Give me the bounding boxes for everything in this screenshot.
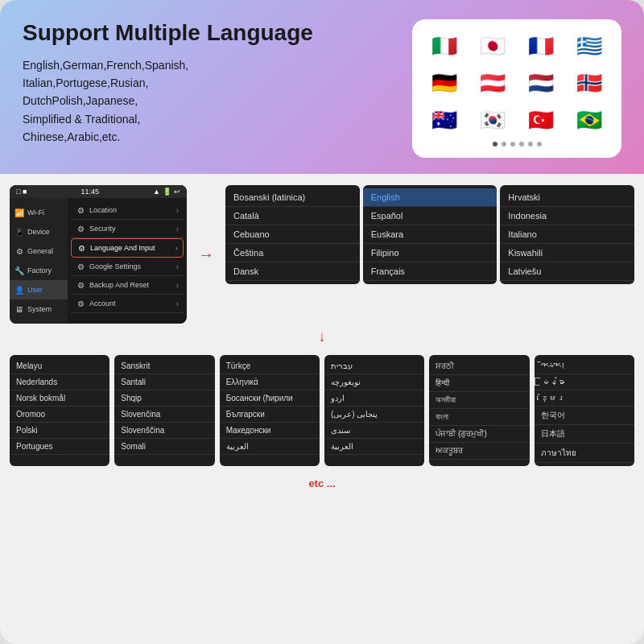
lang-item-1-3[interactable]: Filipino (363, 244, 497, 262)
bottom-lang-item-3-2[interactable]: اردو (324, 390, 424, 407)
settings-item-1[interactable]: ⚙ Security › (71, 220, 184, 238)
flag-cell-4: 🇩🇪 (423, 68, 465, 98)
settings-arrow-0: › (176, 206, 179, 215)
lang-item-1-4[interactable]: Français (363, 262, 497, 281)
lang-item-2-4[interactable]: Latviešu (500, 262, 634, 281)
flag-dot-1 (493, 142, 497, 147)
settings-label-0: Location (89, 206, 117, 214)
android-statusbar: □ ■ 11:45 ▲ 🔋 ↩ (10, 185, 187, 198)
android-body: 📶Wi-Fi📱Device⚙General🔧Factory👤User🖥Syste… (10, 198, 187, 324)
settings-left-0: ⚙ Location (76, 205, 117, 215)
android-row: □ ■ 11:45 ▲ 🔋 ↩ 📶Wi-Fi📱Device⚙General🔧Fa… (10, 185, 634, 324)
bottom-lang-item-3-0[interactable]: עברית (324, 358, 424, 374)
status-left: □ ■ (16, 188, 27, 196)
bottom-lang-item-0-2[interactable]: Norsk bokmål (10, 390, 109, 407)
sidebar-item-general[interactable]: ⚙General (10, 242, 68, 261)
flag-cell-5: 🇦🇹 (472, 68, 514, 98)
bottom-lang-col-2: TürkçeΕλληνικάБосански (ћирилиБългарскиМ… (220, 355, 320, 466)
bottom-lang-item-3-1[interactable]: نويغورچه (324, 374, 424, 390)
banner-title: Support Multiple Language (23, 19, 396, 47)
banner-subtitle: English,German,French,Spanish,Italian,Po… (23, 56, 396, 147)
bottom-lang-item-0-4[interactable]: Polski (10, 423, 109, 439)
bottom-lang-item-4-4[interactable]: ਪੰਜਾਬੀ (ਗੁਰਮੁਖੀ) (429, 426, 529, 443)
bottom-lang-item-4-3[interactable]: বাংলা (429, 409, 529, 426)
lang-item-0-0[interactable]: Bosanski (latinica) (225, 188, 360, 207)
bottom-lang-item-5-2[interactable]: ខ្មែរ (535, 390, 634, 407)
sidebar-item-device[interactable]: 📱Device (10, 222, 68, 242)
sidebar-label-4: User (27, 286, 43, 294)
bottom-lang-item-4-2[interactable]: অসমীয়া (429, 392, 529, 409)
bottom-lang-col-0: MelayuNederlandsNorsk bokmålOromooPolski… (10, 355, 109, 466)
lang-item-2-3[interactable]: Kiswahili (500, 244, 634, 262)
bottom-lang-col-3: עבריתنويغورچهاردوپنجابی (عربی)سندیالعربي… (324, 355, 424, 466)
lang-item-1-0[interactable]: English (363, 188, 497, 207)
bottom-lang-item-2-2[interactable]: Босански (ћирили (220, 390, 320, 407)
lang-item-0-1[interactable]: Català (225, 207, 360, 225)
bottom-lang-item-0-5[interactable]: Portugues (10, 439, 109, 455)
settings-left-3: ⚙ Google Settings (76, 262, 141, 271)
arrow-down-icon: ↓ (319, 328, 326, 345)
bottom-lang-item-0-0[interactable]: Melayu (10, 358, 109, 374)
bottom-lang-item-3-3[interactable]: پنجابی (عربی) (324, 407, 424, 423)
flag-dot-6 (537, 142, 542, 147)
lang-item-2-2[interactable]: Italiano (500, 225, 634, 244)
flag-cell-0: 🇮🇹 (423, 31, 465, 61)
settings-item-3[interactable]: ⚙ Google Settings › (71, 258, 184, 276)
bottom-lang-item-2-0[interactable]: Türkçe (220, 358, 320, 374)
bottom-lang-item-3-4[interactable]: سندی (324, 423, 424, 439)
bottom-lang-item-5-5[interactable]: ภาษาไทย (535, 444, 634, 463)
settings-item-4[interactable]: ⚙ Backup And Reset › (71, 276, 184, 295)
bottom-lang-item-5-1[interactable]: မြန်မာ (535, 374, 634, 390)
flag-cell-3: 🇬🇷 (568, 31, 610, 61)
settings-arrow-5: › (176, 299, 179, 308)
lang-item-2-1[interactable]: Indonesia (500, 207, 634, 225)
android-panel: □ ■ 11:45 ▲ 🔋 ↩ 📶Wi-Fi📱Device⚙General🔧Fa… (10, 185, 187, 324)
settings-item-5[interactable]: ⚙ Account › (71, 295, 184, 313)
settings-item-0[interactable]: ⚙ Location › (71, 201, 184, 220)
lang-item-0-3[interactable]: Čeština (225, 244, 360, 262)
flag-dot-5 (528, 142, 533, 147)
flag-cell-6: 🇳🇱 (520, 68, 562, 98)
bottom-lang-item-1-0[interactable]: Sanskrit (114, 358, 214, 374)
flag-grid-container: 🇮🇹🇯🇵🇫🇷🇬🇷🇩🇪🇦🇹🇳🇱🇳🇴🇦🇺🇰🇷🇹🇷🇧🇷 (412, 19, 621, 158)
sidebar-item-system[interactable]: 🖥System (10, 299, 68, 319)
bottom-lang-item-2-5[interactable]: العربية (220, 439, 320, 455)
lang-item-1-1[interactable]: Español (363, 207, 497, 225)
lang-item-1-2[interactable]: Euskara (363, 225, 497, 244)
bottom-lang-item-1-5[interactable]: Somali (114, 439, 214, 455)
bottom-lang-col-1: SanskritSantaliShqipSlovenčinaSlovenščin… (114, 355, 214, 466)
back-icon: ↩ (174, 188, 180, 196)
bottom-lang-item-2-1[interactable]: Ελληνικά (220, 374, 320, 390)
settings-left-1: ⚙ Security (76, 224, 116, 233)
sidebar-item-wi-fi[interactable]: 📶Wi-Fi (10, 203, 68, 222)
bottom-lang-item-0-1[interactable]: Nederlands (10, 374, 109, 390)
bottom-lang-item-5-3[interactable]: 한국어 (535, 407, 634, 425)
bottom-lang-item-0-3[interactable]: Oromoo (10, 407, 109, 423)
sidebar-item-user[interactable]: 👤User (10, 280, 68, 299)
sidebar-label-0: Wi-Fi (27, 208, 44, 217)
bottom-lang-item-1-2[interactable]: Shqip (114, 390, 214, 407)
bottom-lang-item-1-3[interactable]: Slovenčina (114, 407, 214, 423)
settings-item-2[interactable]: ⚙ Language And Input › (71, 238, 184, 258)
bottom-lang-item-4-0[interactable]: ਸਰਠੀ (429, 358, 529, 375)
bottom-lang-item-2-3[interactable]: Български (220, 407, 320, 423)
settings-left-4: ⚙ Backup And Reset (76, 280, 149, 290)
bottom-lang-item-4-5[interactable]: ਅਕਤੂਬਰ (429, 443, 529, 460)
bottom-lang-item-2-4[interactable]: Македонски (220, 423, 320, 439)
lang-item-2-0[interactable]: Hrvatski (500, 188, 634, 207)
flag-cell-10: 🇹🇷 (520, 105, 562, 135)
sidebar-icon-3: 🔧 (14, 266, 24, 275)
bottom-lang-item-3-5[interactable]: العربية (324, 439, 424, 455)
sidebar-icon-2: ⚙ (14, 246, 24, 256)
lang-item-0-4[interactable]: Dansk (225, 262, 360, 281)
lang-item-0-2[interactable]: Cebuano (225, 225, 360, 244)
bottom-lang-item-5-4[interactable]: 日本語 (535, 425, 634, 444)
settings-arrow-2: › (175, 244, 178, 253)
bottom-lang-item-1-1[interactable]: Santali (114, 374, 214, 390)
bottom-lang-item-1-4[interactable]: Slovenščina (114, 423, 214, 439)
android-sidebar: 📶Wi-Fi📱Device⚙General🔧Factory👤User🖥Syste… (10, 198, 68, 324)
bottom-lang-item-4-1[interactable]: हिन्दी (429, 375, 529, 392)
bottom-lang-item-5-0[interactable]: བོད་སྐད། (535, 358, 634, 374)
flag-dot-2 (502, 142, 506, 147)
sidebar-item-factory[interactable]: 🔧Factory (10, 261, 68, 280)
